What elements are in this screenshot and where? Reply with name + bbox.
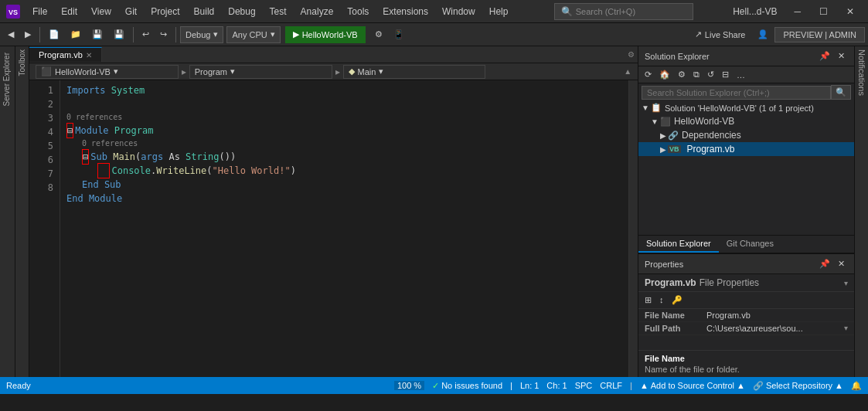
platform-dropdown[interactable]: Any CPU ▾ <box>226 26 280 43</box>
settings-btn[interactable]: ⚙ <box>370 26 387 42</box>
menu-debug[interactable]: Debug <box>222 3 261 20</box>
new-file-button[interactable]: 📄 <box>44 26 64 42</box>
se-home-btn[interactable]: 🏠 <box>656 68 673 81</box>
menu-build[interactable]: Build <box>188 3 221 20</box>
back-button[interactable]: ◀ <box>3 26 19 42</box>
save-all-button[interactable]: 💾 <box>109 26 129 42</box>
menu-view[interactable]: View <box>85 3 117 20</box>
scrollbar[interactable] <box>628 80 638 377</box>
save-button[interactable]: 💾 <box>87 26 107 42</box>
fn-main: Main <box>113 150 135 164</box>
menu-tools[interactable]: Tools <box>341 3 375 20</box>
path-class-dropdown[interactable]: Program ▾ <box>189 65 332 79</box>
props-key-btn[interactable]: 🔑 <box>669 294 686 307</box>
title-bar-center: 🔍 Search (Ctrl+Q) <box>554 3 693 20</box>
preview-admin-button[interactable]: PREVIEW | ADMIN <box>774 27 865 42</box>
menu-git[interactable]: Git <box>119 3 143 20</box>
menu-help[interactable]: Help <box>483 3 515 20</box>
se-filter-btn[interactable]: ⧉ <box>690 68 703 81</box>
menu-file[interactable]: File <box>26 3 53 20</box>
tree-solution[interactable]: ▼ 📋 Solution 'HelloWorld-VB' (1 of 1 pro… <box>638 101 854 114</box>
minimize-button[interactable]: ─ <box>786 3 808 20</box>
se-sync-btn[interactable]: ⟳ <box>642 68 655 81</box>
path-project-dropdown[interactable]: ⬛ HelloWorld-VB ▾ <box>36 65 179 79</box>
tree-program-vb[interactable]: ▶ VB Program.vb <box>638 142 854 156</box>
account-button[interactable]: 👤 <box>753 26 773 42</box>
close-button[interactable]: ✕ <box>839 3 862 20</box>
select-repository[interactable]: 🔗 Select Repository ▲ <box>753 381 843 391</box>
check-icon: ✓ <box>432 381 439 391</box>
menu-test[interactable]: Test <box>264 3 293 20</box>
props-expand-icon[interactable]: ▾ <box>844 279 848 287</box>
se-tab-git-changes[interactable]: Git Changes <box>719 236 781 253</box>
forward-button[interactable]: ▶ <box>20 26 36 42</box>
se-tab-solution-explorer[interactable]: Solution Explorer <box>638 236 719 253</box>
props-footer-desc: Name of the file or folder. <box>645 365 848 374</box>
status-no-issues[interactable]: ✓ No issues found <box>432 381 502 391</box>
code-line-3: ⊟ Module Program <box>66 124 631 138</box>
se-refresh-btn[interactable]: ↺ <box>704 68 717 81</box>
collapse-module[interactable]: ⊟ <box>66 123 73 138</box>
se-search-button[interactable]: 🔍 <box>831 85 851 100</box>
tree-dependencies[interactable]: ▶ 🔗 Dependencies <box>638 128 854 142</box>
se-pin-button[interactable]: 📌 <box>816 49 833 63</box>
open-button[interactable]: 📁 <box>66 26 86 42</box>
editor-tabs: Program.vb ✕ ⚙ <box>29 46 638 63</box>
global-search[interactable]: 🔍 Search (Ctrl+Q) <box>554 3 693 20</box>
menu-project[interactable]: Project <box>145 3 186 20</box>
sep3 <box>175 27 176 42</box>
tree-arrow-program[interactable]: ▶ <box>660 145 666 154</box>
se-collapse-btn[interactable]: ⊟ <box>719 68 732 81</box>
server-explorer-tab[interactable]: Server Explorer <box>0 46 15 112</box>
tree-arrow-deps[interactable]: ▶ <box>660 131 666 140</box>
run-button[interactable]: ▶ HelloWorld-VB <box>285 26 366 43</box>
collapse-sub[interactable]: ⊟ <box>82 149 89 165</box>
device-btn[interactable]: 📱 <box>389 26 409 42</box>
live-share-button[interactable]: ↗ Live Share <box>689 27 752 42</box>
menu-edit[interactable]: Edit <box>55 3 83 20</box>
props-sort-btn[interactable]: ↕ <box>656 294 667 307</box>
props-footer-label: File Name <box>645 354 848 363</box>
program-vb-label: Program.vb <box>687 144 735 155</box>
tree-arrow-project[interactable]: ▼ <box>651 117 659 126</box>
notifications-label[interactable]: Notifications <box>857 49 866 96</box>
status-crlf[interactable]: CRLF <box>600 381 622 390</box>
redo-button[interactable]: ↪ <box>155 26 172 42</box>
sep-status: | <box>630 381 632 390</box>
tab-close-icon[interactable]: ✕ <box>86 51 92 59</box>
cls-console: Console <box>111 164 151 178</box>
title-bar: VS File Edit View Git Project Build Debu… <box>0 0 868 23</box>
code-content[interactable]: Imports System 0 references ⊟ Module Pro… <box>60 80 638 377</box>
search-icon: 🔍 <box>561 6 573 17</box>
path-chevron1: ▾ <box>114 66 118 76</box>
status-ready: Ready <box>6 381 31 390</box>
status-spc[interactable]: SPC <box>575 381 593 390</box>
props-pin-button[interactable]: 📌 <box>816 257 833 270</box>
status-bar: Ready 100 % ✓ No issues found | Ln: 1 Ch… <box>0 377 868 394</box>
se-more-btn[interactable]: … <box>734 69 748 81</box>
bell-icon[interactable]: 🔔 <box>851 381 862 391</box>
props-grid-btn[interactable]: ⊞ <box>642 294 655 307</box>
menu-window[interactable]: Window <box>436 3 482 20</box>
props-close-button[interactable]: ✕ <box>835 257 848 270</box>
scroll-up-icon[interactable]: ▲ <box>624 67 631 76</box>
editor-settings-icon[interactable]: ⚙ <box>628 50 635 59</box>
se-close-button[interactable]: ✕ <box>835 49 848 63</box>
menu-extensions[interactable]: Extensions <box>376 3 434 20</box>
collapse-console[interactable] <box>97 163 110 178</box>
debug-config-dropdown[interactable]: Debug ▾ <box>180 26 223 43</box>
tree-arrow-solution[interactable]: ▼ <box>642 104 649 112</box>
path-method-icon: ◆ <box>349 66 355 76</box>
maximize-button[interactable]: ☐ <box>812 3 836 20</box>
menu-analyze[interactable]: Analyze <box>294 3 340 20</box>
toolbox-label[interactable]: Toolbox <box>18 49 26 76</box>
se-settings-btn[interactable]: ⚙ <box>675 68 689 81</box>
editor-tab-program[interactable]: Program.vb ✕ <box>29 47 102 62</box>
tree-project[interactable]: ▼ ⬛ HelloWorld-VB <box>638 114 854 128</box>
se-search-input[interactable] <box>642 86 831 100</box>
undo-button[interactable]: ↩ <box>138 26 154 42</box>
add-to-source-control[interactable]: ▲ Add to Source Control ▲ <box>640 381 745 390</box>
path-method-dropdown[interactable]: ◆ Main ▾ <box>343 65 486 79</box>
se-tab-bar: Solution Explorer Git Changes <box>638 235 854 253</box>
status-zoom[interactable]: 100 % <box>394 381 424 390</box>
